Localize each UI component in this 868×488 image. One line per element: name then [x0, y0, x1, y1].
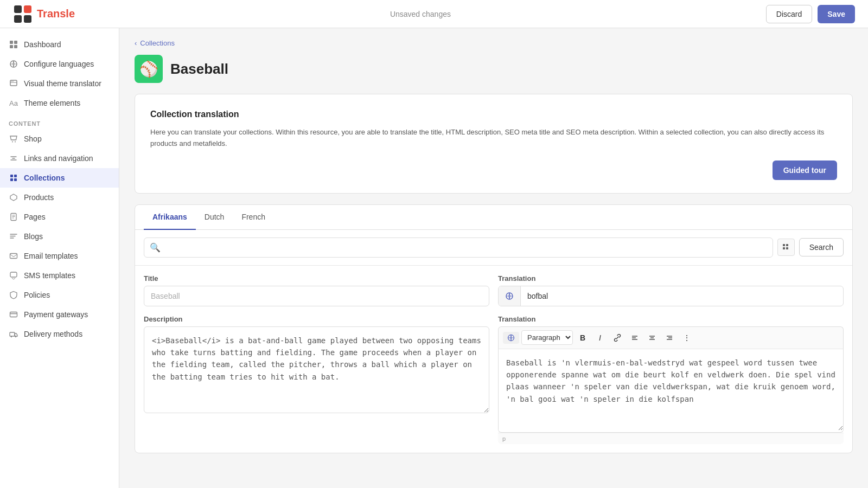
paragraph-select[interactable]: Paragraph: [521, 330, 573, 345]
sidebar-item-delivery-methods[interactable]: Delivery methods: [0, 324, 119, 344]
sidebar-item-pages[interactable]: Pages: [0, 207, 119, 227]
products-icon: [9, 192, 18, 202]
svg-rect-28: [10, 312, 17, 317]
breadcrumb-arrow: ‹: [135, 39, 137, 47]
rich-toolbar: Paragraph B I: [498, 326, 844, 349]
paragraph-indicator: p: [498, 433, 844, 444]
sidebar-item-label: Blogs: [24, 232, 43, 241]
svg-point-15: [12, 142, 13, 143]
align-left-button[interactable]: [627, 330, 642, 345]
translation-panel: Afrikaans Dutch French 🔍 Search: [135, 204, 853, 453]
sidebar-item-shop[interactable]: Shop: [0, 129, 119, 149]
description-original-field: Description <i>Baseball</i> is a bat-and…: [144, 315, 489, 444]
svg-rect-35: [783, 247, 785, 249]
svg-point-12: [11, 81, 12, 82]
svg-rect-2: [14, 15, 22, 23]
align-right-button[interactable]: [662, 330, 677, 345]
sidebar-item-email-templates[interactable]: Email templates: [0, 246, 119, 266]
pages-icon: [9, 212, 18, 222]
tab-french[interactable]: French: [233, 205, 274, 230]
svg-rect-27: [10, 272, 17, 277]
rich-editor-wrapper: Paragraph B I: [498, 326, 844, 444]
tab-dutch[interactable]: Dutch: [196, 205, 233, 230]
sidebar-item-sms-templates[interactable]: SMS templates: [0, 266, 119, 285]
more-options-button[interactable]: ⋮: [679, 330, 694, 345]
svg-point-16: [15, 142, 16, 143]
language-tabs: Afrikaans Dutch French: [135, 205, 852, 230]
sidebar-item-payment-gateways[interactable]: Payment gateways: [0, 305, 119, 324]
search-input-wrapper[interactable]: 🔍: [144, 237, 773, 258]
title-translation-input[interactable]: [521, 286, 843, 306]
grid-view-button[interactable]: [777, 239, 795, 256]
sidebar-item-dashboard[interactable]: Dashboard: [0, 35, 119, 54]
search-input[interactable]: [165, 243, 767, 252]
svg-rect-18: [14, 175, 17, 177]
sidebar-item-blogs[interactable]: Blogs: [0, 227, 119, 246]
sms-icon: [9, 271, 18, 280]
sidebar-item-label: Theme elements: [24, 99, 80, 107]
sidebar-item-label: Shop: [24, 134, 42, 143]
collection-thumbnail: ⚾: [135, 55, 163, 83]
guided-tour-button[interactable]: Guided tour: [773, 160, 837, 180]
sidebar-item-theme-elements[interactable]: Aa Theme elements: [0, 93, 119, 113]
svg-rect-1: [24, 5, 31, 13]
sidebar-item-visual-theme-translator[interactable]: Visual theme translator: [0, 74, 119, 93]
svg-rect-10: [10, 80, 17, 86]
title-input[interactable]: [144, 286, 489, 306]
topbar-actions: Discard Save: [766, 5, 855, 23]
description-label: Description: [144, 315, 489, 323]
sidebar-item-label: Collections: [24, 174, 65, 182]
svg-rect-26: [10, 254, 17, 259]
layout: Dashboard Configure languages Visual the…: [0, 28, 868, 488]
title-row: Title Translation: [144, 274, 844, 306]
bold-button[interactable]: B: [575, 330, 590, 345]
sidebar-item-collections[interactable]: Collections: [0, 168, 119, 188]
sidebar-item-policies[interactable]: Policies: [0, 285, 119, 305]
sidebar-item-label: Pages: [24, 213, 46, 221]
sidebar-item-configure-languages[interactable]: Configure languages: [0, 54, 119, 74]
sidebar-item-label: Policies: [24, 291, 50, 299]
description-textarea[interactable]: <i>Baseball</i> is a bat-and-ball game p…: [144, 326, 489, 413]
topbar: Transle Unsaved changes Discard Save: [0, 0, 868, 28]
search-bar: 🔍 Search: [135, 230, 852, 266]
payment-icon: [9, 310, 18, 319]
logo-text: Transle: [37, 8, 75, 20]
svg-point-13: [12, 81, 14, 82]
sidebar-item-label: Dashboard: [24, 40, 61, 49]
sidebar: Dashboard Configure languages Visual the…: [0, 28, 119, 488]
svg-rect-6: [10, 45, 13, 48]
thumb-emoji: ⚾: [139, 60, 158, 78]
search-button[interactable]: Search: [799, 238, 844, 256]
svg-point-31: [11, 336, 12, 337]
svg-rect-5: [14, 41, 17, 44]
sidebar-item-label: Visual theme translator: [24, 79, 101, 88]
links-icon: [9, 153, 18, 163]
info-card-text: Here you can translate your collections.…: [150, 127, 837, 150]
sidebar-item-label: Email templates: [24, 252, 78, 260]
main-content: ‹ Collections ⚾ Baseball Collection tran…: [119, 28, 868, 488]
save-button[interactable]: Save: [818, 5, 855, 23]
link-button[interactable]: [610, 330, 625, 345]
breadcrumb[interactable]: ‹ Collections: [135, 39, 853, 47]
discard-button[interactable]: Discard: [766, 5, 812, 23]
tab-afrikaans[interactable]: Afrikaans: [144, 205, 196, 230]
title-translation-field: Translation: [498, 274, 844, 306]
italic-button[interactable]: I: [592, 330, 608, 345]
sidebar-item-label: Delivery methods: [24, 330, 82, 338]
page-header: ⚾ Baseball: [135, 55, 853, 83]
svg-rect-0: [14, 5, 22, 13]
svg-text:Aa: Aa: [9, 99, 18, 107]
translate-icon-button[interactable]: [499, 286, 521, 306]
sidebar-item-label: Payment gateways: [24, 310, 88, 319]
page-title: Baseball: [170, 61, 228, 78]
align-center-button[interactable]: [644, 330, 660, 345]
description-translation-field: Translation Paragraph B I: [498, 315, 844, 444]
svg-rect-30: [10, 332, 15, 336]
toolbar-translate-icon[interactable]: [503, 332, 519, 344]
shop-icon: [9, 134, 18, 144]
sidebar-item-products[interactable]: Products: [0, 188, 119, 207]
sidebar-item-links-navigation[interactable]: Links and navigation: [0, 149, 119, 168]
translation-description-textarea[interactable]: Baseball is 'n vlermuis-en-bal-wedstryd …: [499, 349, 843, 431]
logo-icon: [13, 4, 33, 24]
email-icon: [9, 251, 18, 261]
